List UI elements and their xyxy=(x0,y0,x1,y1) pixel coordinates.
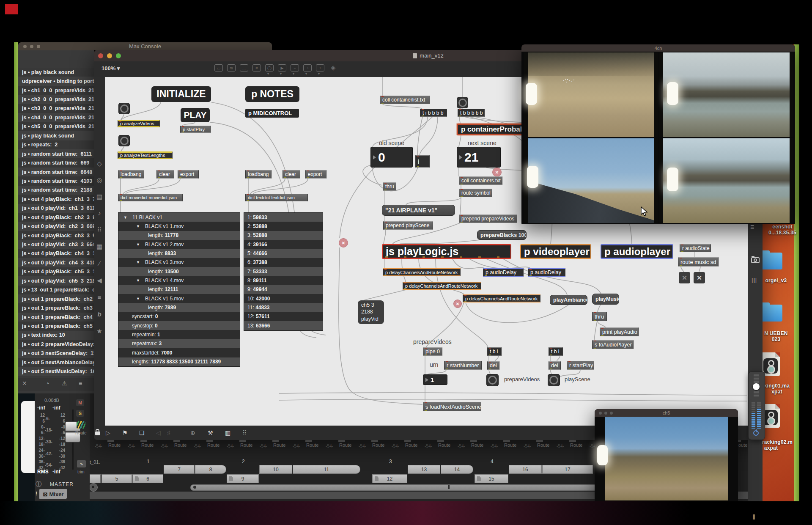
numberbox-next-scene[interactable]: 21 xyxy=(457,147,501,168)
p-midicontrol[interactable]: p MIDICONTROL xyxy=(245,109,299,118)
grid-icon[interactable]: ♯ xyxy=(167,429,170,436)
prepend-playscene[interactable]: prepend playScene xyxy=(383,221,433,230)
volume-slider-knob[interactable] xyxy=(753,383,760,390)
list-row[interactable]: 1: 59833 xyxy=(244,213,323,222)
timeline-clip[interactable]: 5 xyxy=(102,474,132,483)
toggle[interactable] xyxy=(118,103,130,114)
list-row[interactable]: ▼BLACK v1 1.mov xyxy=(118,222,240,231)
number-box-icon[interactable]: − xyxy=(291,64,299,71)
list-row[interactable]: 9: 49944 xyxy=(244,285,323,294)
list-row[interactable]: 2: 53888 xyxy=(244,222,323,231)
p-analyzetextlengths[interactable]: p analyzeTextLengths xyxy=(118,151,173,159)
p-notes[interactable]: p NOTES xyxy=(245,86,299,102)
p-audiodelay[interactable]: p audioDelay xyxy=(528,268,565,277)
star-icon[interactable]: ★ xyxy=(94,327,105,335)
r-audiostate[interactable]: r audioState xyxy=(680,244,711,252)
patcher-cube-icon[interactable]: ◇ xyxy=(94,160,105,168)
message-playambiance[interactable]: playAmbiance xyxy=(550,295,587,305)
list-row[interactable]: 12: 57611 xyxy=(244,312,323,321)
dial-icon[interactable]: ◔ xyxy=(303,64,312,71)
toggle[interactable] xyxy=(486,374,499,386)
presentation-icon[interactable]: ⚑ xyxy=(122,429,128,436)
trim-icon[interactable]: ∿ xyxy=(77,460,86,467)
list-row[interactable]: maxstartdel: 7000 xyxy=(118,348,240,357)
power-icon[interactable] xyxy=(753,430,759,436)
timeline-clip[interactable]: 14 xyxy=(441,465,473,474)
message-airplane[interactable]: "21 AIRPLANE v1" xyxy=(382,205,455,216)
object-box-icon[interactable]: m xyxy=(227,64,236,71)
x-button[interactable]: ✕ xyxy=(679,272,690,283)
window-buttons[interactable] xyxy=(599,412,613,415)
list-row[interactable]: 7: 53333 xyxy=(244,267,323,276)
list-row[interactable]: lengths: 11778 8833 13500 12111 7889 xyxy=(118,357,240,366)
list-row[interactable]: ▼BLACK v1 4.mov xyxy=(118,276,240,285)
export-button[interactable]: export xyxy=(178,170,199,179)
r-startplay[interactable]: r startPlay xyxy=(567,361,594,370)
camera-icon[interactable] xyxy=(751,257,760,263)
thru[interactable]: thru xyxy=(592,312,607,321)
toggle[interactable] xyxy=(548,374,560,386)
clock-icon[interactable]: ◔ xyxy=(46,380,49,387)
list-row[interactable]: length: 7889 xyxy=(118,303,240,312)
paint-bucket-icon[interactable]: ◈ xyxy=(331,64,336,71)
list-row[interactable]: length: 11778 xyxy=(118,231,240,240)
p-audioplayer[interactable]: p audioplayer xyxy=(601,244,673,259)
del-object[interactable]: del xyxy=(549,361,561,370)
music-note-icon[interactable]: ♪ xyxy=(94,209,105,217)
mute-indicator[interactable] xyxy=(453,300,462,308)
toggle[interactable] xyxy=(457,97,468,108)
p-videoplayer[interactable]: p videoplayer xyxy=(520,244,591,259)
r-startnumber[interactable]: r startNumber xyxy=(444,361,482,370)
list-row[interactable]: 11: 44833 xyxy=(244,303,323,312)
p-audiodelay[interactable]: p audioDelay xyxy=(483,268,524,277)
panel-icon[interactable]: ▭ xyxy=(214,64,223,71)
print-playaudio[interactable]: print playAudio xyxy=(600,327,639,336)
toggle-icon[interactable]: ◯ xyxy=(265,64,274,71)
list-row[interactable]: 13: 63666 xyxy=(244,321,323,330)
pipe-object[interactable]: pipe 0 xyxy=(423,347,442,356)
p-startplay[interactable]: p startPlay xyxy=(180,126,211,133)
console-titlebar[interactable]: Max Console xyxy=(18,42,272,50)
loadbang[interactable]: loadbang xyxy=(118,170,144,179)
warning-icon[interactable]: ⚠ xyxy=(62,380,67,387)
lock-icon[interactable] xyxy=(95,432,100,435)
mixer-sliders-icon[interactable]: ||| xyxy=(752,277,757,283)
solo-button[interactable]: S xyxy=(76,410,84,417)
play-button[interactable]: PLAY xyxy=(181,108,210,122)
p-delaychannels[interactable]: p delayChannelsAndRouteNetwork xyxy=(403,282,481,290)
s-toaudioplayer[interactable]: s toAudioPlayer xyxy=(592,340,634,349)
console-window-buttons[interactable] xyxy=(23,45,40,48)
desktop-file-screenshot[interactable]: eenshot0...18.35.35 xyxy=(759,224,806,236)
toggle[interactable] xyxy=(118,135,130,146)
list-row[interactable]: 3: 52888 xyxy=(244,231,323,240)
route-icon[interactable] xyxy=(77,421,85,429)
timeline-clip[interactable]: 8 xyxy=(195,465,226,474)
buffer-icon[interactable]: b xyxy=(94,311,105,318)
list-row[interactable]: syncstop: 0 xyxy=(118,321,240,330)
timeline-clip[interactable]: 10 xyxy=(259,465,292,474)
timeline-clip[interactable]: 9 xyxy=(227,474,259,483)
video-ch5-titlebar[interactable]: ch5 xyxy=(595,409,738,417)
audio-mute-icon[interactable]: ◁ xyxy=(156,429,161,436)
matrix-icon[interactable]: ⠿ xyxy=(94,226,105,234)
comment-icon[interactable]: … xyxy=(240,64,248,71)
list-row[interactable]: ▼11 BLACK v1 xyxy=(118,213,240,222)
message-playmusic[interactable]: playMusic xyxy=(592,294,619,305)
list-panel-icon[interactable]: ▤ xyxy=(94,193,105,201)
coll-containers[interactable]: coll containers.txt xyxy=(459,176,502,185)
filter-icon[interactable]: ≡ xyxy=(79,380,82,387)
timeline-clip[interactable]: 13 xyxy=(408,465,440,474)
t-i-b-b-b-b[interactable]: t i b b b b xyxy=(420,109,447,117)
loadbang[interactable]: loadbang xyxy=(245,170,272,179)
folder-icon[interactable] xyxy=(760,305,782,322)
pause-bars-icon[interactable]: ‖ xyxy=(752,514,755,521)
add-object-icon[interactable]: ＋ xyxy=(316,64,324,71)
mute-button[interactable]: M xyxy=(76,399,84,406)
speaker-icon[interactable]: ◀ xyxy=(94,277,105,284)
p-delaychannels[interactable]: p delayChannelsAndRouteNetwork xyxy=(463,294,540,302)
timeline-clip[interactable]: 7 xyxy=(164,465,195,474)
timeline-clip[interactable]: 12 xyxy=(372,474,407,483)
export-button[interactable]: export xyxy=(305,170,326,179)
s-loadnextaudioscene[interactable]: s loadNextAudioScene xyxy=(423,402,481,411)
list-row[interactable]: ▼BLACK v1 5.mov xyxy=(118,294,240,303)
